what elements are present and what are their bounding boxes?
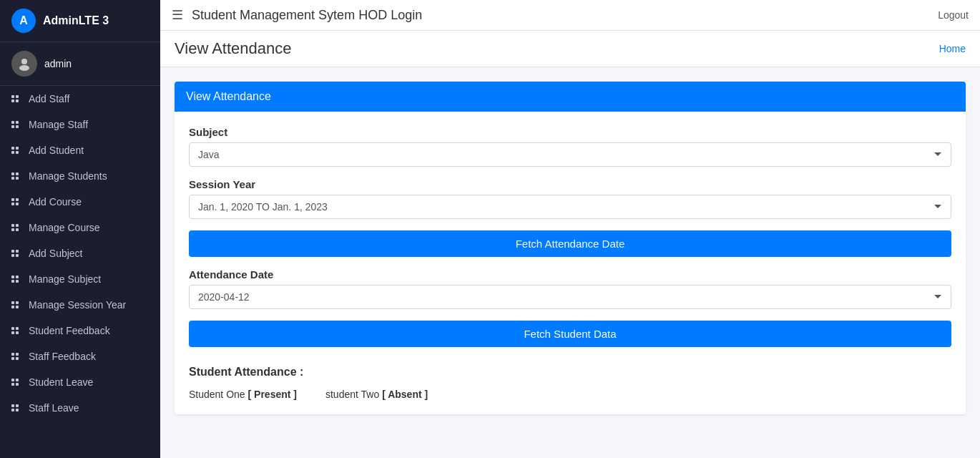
- sidebar-item-manage-staff[interactable]: Manage Staff: [0, 112, 160, 137]
- grid-icon: [11, 379, 21, 386]
- sidebar-item-label: Student Leave: [29, 376, 93, 388]
- svg-point-0: [21, 59, 27, 64]
- brand-name: AdminLTE 3: [43, 14, 109, 27]
- session-year-group: Session Year Jan. 1, 2020 TO Jan. 1, 202…: [189, 178, 951, 219]
- sidebar-item-label: Manage Session Year: [29, 299, 126, 311]
- sidebar-item-label: Student Feedback: [29, 325, 110, 336]
- sidebar-item-label: Staff Feedback: [29, 351, 96, 362]
- sidebar-item-staff-feedback[interactable]: Staff Feedback: [0, 344, 160, 369]
- content-header: View Attendance Home: [160, 31, 980, 67]
- sidebar-item-student-feedback[interactable]: Student Feedback: [0, 318, 160, 344]
- content-area: View Attendance Subject JavaPythonC++Jav…: [160, 67, 980, 458]
- attendance-date-label: Attendance Date: [189, 268, 951, 281]
- card-header: View Attendance: [175, 82, 966, 112]
- subject-group: Subject JavaPythonC++JavaScript: [189, 126, 951, 167]
- sidebar-item-manage-subject[interactable]: Manage Subject: [0, 266, 160, 292]
- sidebar-item-label: Manage Students: [29, 170, 107, 182]
- sidebar-item-add-subject[interactable]: Add Subject: [0, 240, 160, 266]
- session-year-label: Session Year: [189, 178, 951, 190]
- attendance-section-title: Student Attendance :: [189, 366, 951, 379]
- grid-icon: [11, 95, 21, 102]
- logout-button[interactable]: Logout: [938, 9, 969, 21]
- top-navbar: ☰ Student Management Sytem HOD Login Log…: [160, 0, 980, 31]
- sidebar-user: admin: [0, 42, 160, 86]
- brand-logo-icon: A: [11, 9, 36, 33]
- grid-icon: [11, 224, 21, 231]
- sidebar-item-add-student[interactable]: Add Student: [0, 137, 160, 163]
- sidebar-item-add-course[interactable]: Add Course: [0, 189, 160, 215]
- grid-icon: [11, 404, 21, 411]
- grid-icon: [11, 353, 21, 360]
- sidebar-item-add-staff[interactable]: Add Staff: [0, 86, 160, 112]
- sidebar-brand: A AdminLTE 3: [0, 0, 160, 42]
- attendance-date-group: Attendance Date 2020-04-122020-04-132020…: [189, 268, 951, 309]
- attendance-row: Student One [ Present ]student Two [ Abs…: [189, 389, 951, 400]
- grid-icon: [11, 121, 21, 128]
- attendance-student-1: student Two [ Absent ]: [325, 389, 428, 400]
- attendance-student-0: Student One [ Present ]: [189, 389, 297, 400]
- main-content: ☰ Student Management Sytem HOD Login Log…: [160, 0, 980, 458]
- avatar: [11, 51, 37, 77]
- grid-icon: [11, 276, 21, 283]
- subject-select[interactable]: JavaPythonC++JavaScript: [189, 142, 951, 167]
- grid-icon: [11, 172, 21, 180]
- sidebar-item-student-leave[interactable]: Student Leave: [0, 369, 160, 395]
- card-body: Subject JavaPythonC++JavaScript Session …: [175, 112, 966, 414]
- session-year-select[interactable]: Jan. 1, 2020 TO Jan. 1, 2023: [189, 195, 951, 219]
- sidebar: A AdminLTE 3 admin Add Staff Manage Staf…: [0, 0, 160, 458]
- sidebar-item-label: Add Course: [29, 196, 82, 208]
- fetch-attendance-button[interactable]: Fetch Attendance Date: [189, 230, 951, 257]
- grid-icon: [11, 198, 21, 205]
- page-title: View Attendance: [175, 39, 292, 58]
- student-attendance-section: Student Attendance : Student One [ Prese…: [189, 366, 951, 400]
- attendance-date-select[interactable]: 2020-04-122020-04-132020-04-14: [189, 285, 951, 309]
- grid-icon: [11, 147, 21, 154]
- sidebar-nav: Add Staff Manage Staff Add Student Manag…: [0, 86, 160, 458]
- svg-point-1: [19, 65, 29, 71]
- fetch-student-button[interactable]: Fetch Student Data: [189, 321, 951, 347]
- sidebar-item-staff-leave[interactable]: Staff Leave: [0, 395, 160, 421]
- subject-label: Subject: [189, 126, 951, 138]
- sidebar-item-manage-session-year[interactable]: Manage Session Year: [0, 292, 160, 318]
- sidebar-item-label: Add Subject: [29, 248, 83, 259]
- sidebar-item-label: Add Student: [29, 145, 84, 156]
- breadcrumb-home[interactable]: Home: [939, 43, 966, 54]
- sidebar-item-label: Manage Course: [29, 222, 100, 233]
- hamburger-icon[interactable]: ☰: [172, 7, 183, 23]
- sidebar-item-label: Manage Subject: [29, 273, 101, 285]
- sidebar-item-label: Manage Staff: [29, 119, 88, 130]
- grid-icon: [11, 301, 21, 308]
- grid-icon: [11, 250, 21, 257]
- sidebar-item-manage-students[interactable]: Manage Students: [0, 163, 160, 189]
- navbar-left: ☰ Student Management Sytem HOD Login: [172, 7, 422, 23]
- sidebar-item-label: Add Staff: [29, 93, 69, 104]
- username-label: admin: [44, 58, 72, 69]
- attendance-card: View Attendance Subject JavaPythonC++Jav…: [175, 82, 966, 414]
- navbar-title: Student Management Sytem HOD Login: [192, 8, 422, 23]
- grid-icon: [11, 327, 21, 334]
- sidebar-item-manage-course[interactable]: Manage Course: [0, 215, 160, 240]
- sidebar-item-label: Staff Leave: [29, 402, 79, 414]
